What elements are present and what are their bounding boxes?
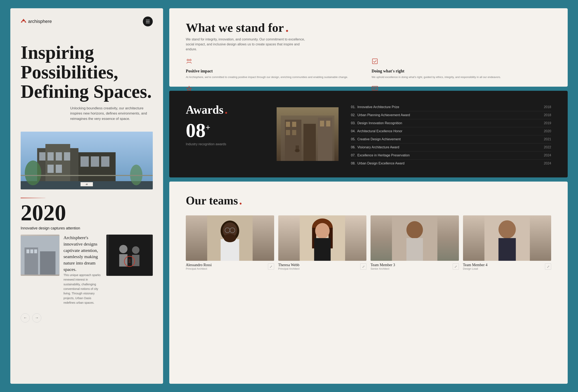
team-photo-4 bbox=[463, 216, 551, 261]
award-name-3: 03. Design Innovation Recognition bbox=[351, 121, 402, 125]
svg-rect-69 bbox=[314, 238, 331, 261]
svg-rect-51 bbox=[292, 130, 296, 135]
svg-rect-48 bbox=[286, 122, 290, 127]
award-name-6: 06. Visionary Architecture Award bbox=[351, 145, 399, 149]
svg-point-74 bbox=[498, 220, 516, 238]
award-name-8: 08. Urban Design Excellence Award bbox=[351, 162, 404, 165]
year-section: 2020 Innovative design captures attentio… bbox=[10, 194, 163, 309]
awards-count: 08+ bbox=[186, 121, 264, 140]
awards-count-label: Industry recognition awards bbox=[186, 142, 264, 146]
team-name-4: Team Member 4 bbox=[463, 263, 487, 267]
header: archisphere bbox=[10, 8, 163, 35]
awards-title: Awards. bbox=[186, 103, 264, 116]
svg-marker-38 bbox=[187, 86, 192, 91]
svg-rect-11 bbox=[48, 165, 54, 173]
svg-point-31 bbox=[132, 246, 140, 254]
team-info-1: Alessandro Rossi Principal Architect ⤢ bbox=[186, 263, 274, 270]
svg-text:48: 48 bbox=[86, 183, 88, 185]
what-we-stand-for-section: What we stand for. We stand for integrit… bbox=[169, 8, 568, 87]
team-photo-1 bbox=[186, 216, 274, 261]
svg-rect-14 bbox=[91, 156, 99, 167]
hero-title-line2: Possibilities, bbox=[21, 62, 153, 82]
svg-rect-13 bbox=[81, 156, 89, 167]
team-name-1: Alessandro Rossi bbox=[186, 263, 212, 267]
award-year-4: 2020 bbox=[544, 129, 551, 133]
year-number: 2020 bbox=[21, 201, 153, 224]
menu-line-2 bbox=[146, 21, 150, 22]
team-member-2: Theresa Webb Principal Architect ⤢ bbox=[278, 216, 367, 270]
svg-rect-32 bbox=[132, 255, 140, 266]
prev-arrow[interactable]: ← bbox=[21, 313, 30, 322]
team-expand-3[interactable]: ⤢ bbox=[453, 263, 459, 270]
hero-title-line3: Defining Spaces. bbox=[21, 82, 153, 101]
building-image-1 bbox=[21, 235, 59, 276]
svg-rect-52 bbox=[320, 121, 324, 127]
team-name-3: Team Member 3 bbox=[371, 263, 395, 267]
hero-subtitle: Unlocking boundless creativity, our arch… bbox=[70, 106, 153, 122]
team-member-4: Team Member 4 Design Lead ⤢ bbox=[463, 216, 551, 270]
section-text-block: Archisphere's innovative designs captiva… bbox=[64, 235, 102, 305]
year-line bbox=[21, 198, 46, 198]
next-arrow[interactable]: → bbox=[32, 313, 41, 322]
svg-rect-75 bbox=[498, 238, 516, 261]
svg-rect-12 bbox=[56, 165, 62, 173]
team-section: Our teams. bbox=[169, 181, 568, 384]
team-role-2: Principal Architect bbox=[278, 267, 299, 270]
svg-point-36 bbox=[190, 59, 191, 61]
svg-point-29 bbox=[119, 245, 128, 253]
award-name-2: 02. Urban Planning Achievement Award bbox=[351, 113, 410, 117]
svg-point-19 bbox=[25, 161, 41, 185]
svg-rect-8 bbox=[48, 152, 54, 161]
logo: archisphere bbox=[21, 18, 52, 25]
doing-right-icon bbox=[372, 58, 551, 66]
section-body: This unique approach sparks renewed inte… bbox=[64, 273, 102, 305]
svg-rect-46 bbox=[303, 124, 316, 161]
menu-button[interactable] bbox=[143, 16, 153, 26]
positive-impact-title: Positive impact bbox=[186, 69, 365, 73]
right-panel: What we stand for. We stand for integrit… bbox=[169, 8, 568, 384]
team-expand-4[interactable]: ⤢ bbox=[545, 263, 551, 270]
svg-rect-21 bbox=[21, 175, 153, 176]
team-member-details-1: Alessandro Rossi Principal Architect bbox=[186, 263, 212, 270]
hero-image: 48 bbox=[21, 132, 153, 189]
menu-line-3 bbox=[146, 23, 150, 23]
title-dot: . bbox=[286, 21, 289, 35]
svg-rect-53 bbox=[326, 121, 330, 127]
awards-left: Awards. 08+ Industry recognition awards bbox=[186, 103, 264, 165]
doing-right-title: Doing what's right bbox=[372, 69, 551, 73]
team-role-3: Senior Architect bbox=[371, 267, 395, 270]
awards-building-image bbox=[277, 107, 338, 161]
svg-rect-9 bbox=[56, 152, 62, 161]
award-item-7: 07. Excellence in Heritage Preservation … bbox=[351, 151, 551, 160]
page-wrapper: archisphere Inspiring Possibilities, Def… bbox=[0, 0, 578, 392]
award-item-3: 03. Design Innovation Recognition 2019 bbox=[351, 119, 551, 127]
award-name-4: 04. Architectural Excellence Honor bbox=[351, 129, 402, 133]
team-photo-2 bbox=[278, 216, 367, 261]
award-year-6: 2022 bbox=[544, 145, 551, 149]
team-info-3: Team Member 3 Senior Architect ⤢ bbox=[371, 263, 459, 270]
svg-rect-10 bbox=[64, 152, 70, 161]
svg-rect-15 bbox=[101, 156, 109, 167]
hero-section: Inspiring Possibilities, Defining Spaces… bbox=[10, 35, 163, 128]
menu-line-1 bbox=[146, 20, 150, 20]
team-member-details-4: Team Member 4 Design Lead bbox=[463, 263, 487, 270]
team-member-details-2: Theresa Webb Principal Architect bbox=[278, 263, 299, 270]
positive-impact-desc: At Archisphere, we're committed to creat… bbox=[186, 75, 365, 79]
positive-impact-icon bbox=[186, 58, 365, 66]
value-doing-right: Doing what's right We uphold excellence … bbox=[372, 58, 551, 79]
award-year-8: 2024 bbox=[544, 162, 551, 165]
team-expand-1[interactable]: ⤢ bbox=[268, 263, 274, 270]
team-name-2: Theresa Webb bbox=[278, 263, 299, 267]
award-item-4: 04. Architectural Excellence Honor 2020 bbox=[351, 127, 551, 135]
svg-rect-25 bbox=[26, 249, 29, 253]
award-name-7: 07. Excellence in Heritage Preservation bbox=[351, 154, 410, 157]
svg-rect-7 bbox=[39, 152, 46, 161]
award-name-5: 05. Creative Design Achievement bbox=[351, 137, 401, 141]
svg-point-71 bbox=[406, 221, 423, 238]
svg-text:Ξ: Ξ bbox=[128, 259, 131, 263]
award-year-7: 2024 bbox=[544, 154, 551, 157]
team-expand-2[interactable]: ⤢ bbox=[360, 263, 366, 270]
value-positive-impact: Positive impact At Archisphere, we're co… bbox=[186, 58, 365, 79]
hero-title: Inspiring Possibilities, Defining Spaces… bbox=[21, 43, 153, 101]
award-year-1: 2018 bbox=[544, 105, 551, 109]
